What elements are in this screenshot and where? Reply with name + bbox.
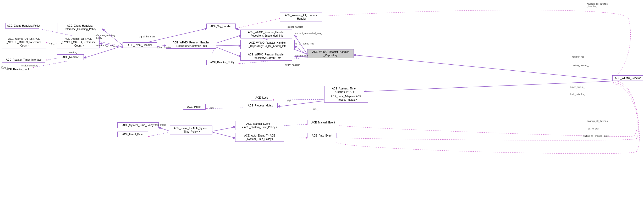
- node-ace-wakeup-all-threads[interactable]: ACE_Wakeup_All_Threads_Handler: [280, 13, 322, 21]
- svg-line-5: [46, 58, 58, 60]
- label-handler-rep: handler_rep_: [572, 55, 586, 58]
- label-implementation: implementation_: [21, 64, 39, 67]
- node-ace-wfmo-handler-repo[interactable]: ACE_WFMO_Reactor_Handler_Repository: [307, 49, 354, 58]
- node-ace-manual-event[interactable]: ACE_Manual_Event: [307, 120, 339, 125]
- count-label: Count: [1, 66, 8, 69]
- label-timer-queue: timer_queue_: [570, 86, 585, 88]
- svg-line-8: [236, 18, 280, 29]
- node-ace-reactor-notify[interactable]: ACE_Reactor_Notify: [206, 60, 238, 65]
- node-ace-sig-handler[interactable]: ACE_Sig_Handler: [206, 24, 236, 29]
- svg-line-22: [278, 101, 325, 107]
- node-ace-wfmo-handler-current[interactable]: ACE_WFMO_Reactor_Handler_Repository::Cur…: [240, 52, 292, 61]
- label-lock-2: lock_: [313, 108, 318, 110]
- label-reactor: reactor_: [69, 51, 77, 54]
- node-ace-wfmo-handler-suspended[interactable]: ACE_WFMO_Reactor_Handler_Repository::Sus…: [240, 30, 292, 38]
- node-ace-event-handler-ref-counting[interactable]: ACE_Event_Handler::Reference_Counting_Po…: [58, 23, 102, 32]
- label-lock-3: lock_: [210, 107, 216, 109]
- label-lock-1: lock_: [287, 99, 292, 102]
- svg-line-12: [216, 47, 241, 57]
- label-reference-count: reference_count_: [96, 44, 115, 47]
- label-current-suspended-info: current_suspended_info_: [295, 32, 322, 35]
- node-ace-process-mutex[interactable]: ACE_Process_Mutex: [243, 103, 278, 108]
- svg-line-27: [212, 132, 236, 138]
- label-event-handler: event_handler_: [157, 46, 173, 49]
- svg-line-14: [295, 35, 308, 55]
- node-ace-system-time-policy[interactable]: ACE_System_Time_Policy: [117, 122, 159, 128]
- node-ace-event-handler-policy[interactable]: ACE_Event_Handler:: Policy: [5, 23, 39, 29]
- node-ace-reactor[interactable]: ACE_Reactor: [57, 54, 84, 60]
- label-wakeup-all-threads-handler: wakeup_all_threads_handler_: [587, 3, 608, 8]
- label-notify-handler: notify_handler_: [285, 64, 301, 66]
- node-ace-event-t-system[interactable]: ACE_Event_T< ACE_System_Time_Policy >: [170, 126, 212, 134]
- svg-line-21: [272, 99, 325, 100]
- label-to-be-added-info: to_be_added_info_: [295, 42, 316, 45]
- svg-line-29: [284, 138, 308, 138]
- svg-line-24: [158, 127, 170, 131]
- svg-line-28: [284, 124, 308, 126]
- label-ok-to-wait: ok_to_wait_: [588, 127, 601, 130]
- label-waiting-to-change-state: waiting_to_change_state_: [583, 135, 610, 137]
- label-wfmo-reactor: wfmo_reactor_: [573, 64, 589, 67]
- label-signal-handlers: signal_handlers_: [139, 35, 157, 38]
- label-time-policy: time_policy_: [155, 123, 168, 126]
- node-ace-auto-event-t[interactable]: ACE_Auto_Event_T< ACE_System_Time_Policy…: [235, 133, 284, 142]
- label-reference-counting-policy: reference_counting_policy_: [95, 34, 115, 39]
- label-signal-handler: signal_handler_: [288, 26, 304, 28]
- node-ace-event-base[interactable]: ACE_Event_Base: [117, 132, 148, 137]
- node-ace-lock[interactable]: ACE_Lock: [251, 95, 272, 100]
- node-ace-reactor-timer-interface[interactable]: ACE_Reactor_Timer_Interface: [2, 57, 45, 63]
- node-ace-mutex[interactable]: ACE_Mutex: [183, 104, 206, 110]
- svg-line-25: [148, 132, 170, 137]
- node-ace-wfmo-reactor[interactable]: ACE_WFMO_Reactor: [612, 75, 643, 81]
- label-impl: impl_: [49, 42, 54, 44]
- label-current-info: current_info_: [295, 54, 309, 57]
- node-ace-auto-event[interactable]: ACE_Auto_Event: [307, 133, 337, 138]
- diagram-container: ACE_Event_Handler:: Policy ACE_Event_Han…: [0, 0, 644, 198]
- svg-line-11: [216, 45, 241, 46]
- node-ace-event-handler[interactable]: ACE_Event_Handler: [123, 42, 157, 48]
- svg-line-10: [216, 35, 241, 43]
- svg-line-26: [212, 127, 236, 131]
- label-wakeup-all-threads: wakeup_all_threads: [587, 120, 608, 122]
- node-ace-lock-adapter[interactable]: ACE_Lock_Adapter< ACE_Process_Mutex >: [324, 94, 368, 103]
- svg-line-19: [354, 55, 613, 80]
- node-ace-wfmo-handler-tobe[interactable]: ACE_WFMO_Reactor_Handler_Repository::To_…: [240, 40, 295, 49]
- node-ace-manual-event-t[interactable]: ACE_Manual_Event_T< ACE_System_Time_Poli…: [235, 121, 284, 130]
- node-ace-atomic-op-ex[interactable]: ACE_Atomic_Op_Ex< ACE_SYNCH_MUTEX, Refer…: [2, 36, 46, 48]
- node-ace-atomic-op[interactable]: ACE_Atomic_Op< ACE_SYNCH_MUTEX, Referenc…: [57, 36, 100, 48]
- node-ace-abstract-timer-queue[interactable]: ACE_Abstract_Timer_Queue< TYPE >: [324, 86, 364, 95]
- label-lock-adapter: lock_adapter_: [570, 93, 585, 95]
- node-ace-wfmo-handler-repo-common[interactable]: ACE_WFMO_Reactor_Handler_Repository::Com…: [166, 40, 216, 49]
